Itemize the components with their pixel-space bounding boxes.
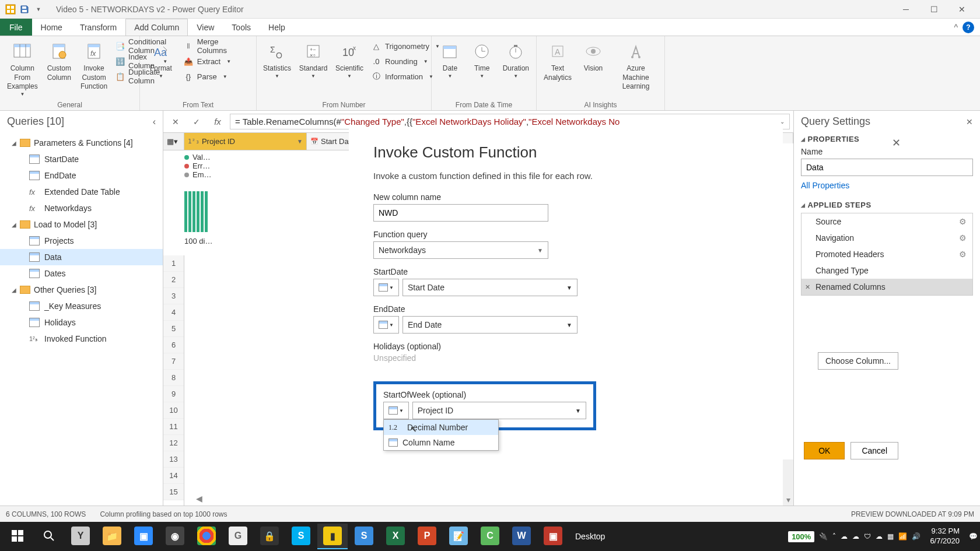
row-3[interactable]: 3 bbox=[163, 288, 184, 304]
step-renamed-columns[interactable]: Renamed Columns bbox=[802, 279, 972, 295]
duration-button[interactable]: Duration▼ bbox=[499, 38, 533, 82]
row-4[interactable]: 4 bbox=[163, 304, 184, 321]
custom-column-button[interactable]: Custom Column bbox=[44, 38, 75, 85]
azure-ml-button[interactable]: Azure Machine Learning bbox=[611, 38, 660, 94]
text-analytics-button[interactable]: A Text Analytics bbox=[540, 38, 575, 85]
tray-app-icon[interactable]: ▦ bbox=[887, 532, 894, 541]
tray-power-icon[interactable]: 🔌 bbox=[819, 532, 828, 541]
tab-transform[interactable]: Transform bbox=[71, 19, 125, 36]
row-7[interactable]: 7 bbox=[163, 353, 184, 370]
query-item-data[interactable]: Data bbox=[0, 249, 163, 265]
step-promoted-headers[interactable]: Promoted Headers⚙ bbox=[802, 246, 972, 262]
tray-onedrive-icon[interactable]: ☁ bbox=[876, 532, 883, 541]
row-11[interactable]: 11 bbox=[163, 419, 184, 435]
gear-icon[interactable]: ⚙ bbox=[959, 250, 967, 259]
new-column-name-input[interactable] bbox=[373, 204, 548, 222]
dd-opt-column-name[interactable]: Column Name bbox=[384, 435, 498, 450]
step-source[interactable]: Source⚙ bbox=[802, 213, 972, 230]
row-5[interactable]: 5 bbox=[163, 321, 184, 337]
scroll-left-icon[interactable]: ◀ bbox=[196, 494, 202, 503]
invoke-custom-function-button[interactable]: fx Invoke Custom Function bbox=[77, 38, 111, 94]
row-12[interactable]: 12 bbox=[163, 435, 184, 451]
fx-icon[interactable]: fx bbox=[209, 114, 226, 130]
query-item-networkdays[interactable]: fxNetworkdays bbox=[0, 200, 163, 216]
taskbar-zoom[interactable]: ▣ bbox=[128, 524, 159, 549]
close-button[interactable]: ✕ bbox=[949, 1, 975, 17]
formula-expand-icon[interactable]: ⌄ bbox=[780, 118, 785, 125]
scroll-down-icon[interactable]: ▾ bbox=[783, 495, 793, 506]
tray-wifi-icon[interactable]: 📶 bbox=[898, 532, 907, 541]
query-group-load-to-model[interactable]: ◢Load to Model [3] bbox=[0, 216, 163, 233]
gear-icon[interactable]: ⚙ bbox=[959, 233, 967, 243]
startdate-type-select[interactable]: ▼ bbox=[373, 279, 399, 296]
row-8[interactable]: 8 bbox=[163, 370, 184, 386]
query-item-invoked-function[interactable]: 1²₃Invoked Function bbox=[0, 331, 163, 347]
taskbar-notepad[interactable]: 📝 bbox=[443, 524, 474, 549]
tray-notifications-icon[interactable]: 💬 bbox=[969, 532, 978, 541]
date-button[interactable]: Date▼ bbox=[435, 38, 465, 82]
taskbar-excel[interactable]: X bbox=[380, 524, 411, 549]
help-icon[interactable]: ? bbox=[963, 22, 974, 33]
taskbar-app-3[interactable]: G bbox=[223, 524, 253, 549]
save-icon[interactable] bbox=[19, 3, 30, 15]
step-navigation[interactable]: Navigation⚙ bbox=[802, 230, 972, 246]
taskbar-powerpoint[interactable]: P bbox=[412, 524, 442, 549]
all-properties-link[interactable]: All Properties bbox=[801, 181, 973, 190]
start-button[interactable] bbox=[2, 524, 33, 549]
taskbar-app-4[interactable]: 🔒 bbox=[254, 524, 285, 549]
enddate-column-select[interactable]: End Date▼ bbox=[402, 316, 578, 334]
row-10[interactable]: 10 bbox=[163, 402, 184, 419]
desktop-label[interactable]: Desktop bbox=[569, 532, 611, 541]
row-14[interactable]: 14 bbox=[163, 468, 184, 484]
query-item-key-measures[interactable]: _Key Measures bbox=[0, 298, 163, 314]
query-item-enddate[interactable]: EndDate bbox=[0, 167, 163, 184]
tray-cloud-icon[interactable]: ☁ bbox=[852, 532, 859, 541]
tab-tools[interactable]: Tools bbox=[223, 19, 260, 36]
scientific-button[interactable]: 10x Scientific▼ bbox=[332, 38, 366, 82]
taskbar-clock[interactable]: 9:32 PM 6/7/2020 bbox=[925, 527, 964, 546]
query-item-holidays[interactable]: Holidays bbox=[0, 314, 163, 331]
taskbar-chrome[interactable] bbox=[191, 524, 222, 549]
tab-view[interactable]: View bbox=[188, 19, 223, 36]
row-6[interactable]: 6 bbox=[163, 337, 184, 353]
dd-opt-decimal[interactable]: 1.2Decimal Number↖ bbox=[384, 420, 498, 435]
taskbar-camtasia[interactable]: C bbox=[475, 524, 505, 549]
tab-help[interactable]: Help bbox=[260, 19, 294, 36]
col-project-id[interactable]: 1²₃Project ID▼ bbox=[184, 133, 307, 150]
tray-weather-icon[interactable]: ☁ bbox=[841, 532, 848, 541]
extract-button[interactable]: 📤Extract▼ bbox=[181, 54, 253, 69]
taskbar-powerbi[interactable]: ▮ bbox=[317, 524, 348, 549]
taskbar-app-5[interactable]: ▣ bbox=[538, 524, 568, 549]
row-9[interactable]: 9 bbox=[163, 386, 184, 402]
taskbar-snagit[interactable]: S bbox=[349, 524, 379, 549]
standard-button[interactable]: +−×÷ Standard▼ bbox=[296, 38, 330, 82]
taskbar-word[interactable]: W bbox=[506, 524, 537, 549]
taskbar-app-1[interactable]: Y bbox=[65, 524, 96, 549]
row-15[interactable]: 15 bbox=[163, 484, 184, 500]
query-item-startdate[interactable]: StartDate bbox=[0, 151, 163, 167]
row-13[interactable]: 13 bbox=[163, 451, 184, 468]
accept-formula-icon[interactable]: ✓ bbox=[188, 114, 205, 130]
row-1[interactable]: 1 bbox=[163, 255, 184, 272]
startdate-column-select[interactable]: Start Date▼ bbox=[402, 279, 578, 296]
collapse-queries-icon[interactable]: ‹ bbox=[153, 117, 156, 127]
formula-input[interactable]: = Table.RenameColumns(#"Changed Type",{{… bbox=[230, 114, 790, 129]
row-2[interactable]: 2 bbox=[163, 272, 184, 288]
query-item-extended-date-table[interactable]: fxExtended Date Table bbox=[0, 184, 163, 200]
collapse-ribbon-icon[interactable]: ^ bbox=[954, 23, 958, 32]
vision-button[interactable]: Vision bbox=[578, 38, 609, 76]
parse-button[interactable]: {}Parse▼ bbox=[181, 69, 253, 84]
function-query-select[interactable]: Networkdays▼ bbox=[373, 241, 548, 259]
qat-dropdown-icon[interactable]: ▼ bbox=[33, 3, 44, 15]
merge-columns-button[interactable]: ⫴Merge Columns bbox=[181, 38, 253, 54]
tray-up-icon[interactable]: ˄ bbox=[832, 532, 836, 541]
battery-indicator[interactable]: 100% bbox=[788, 531, 814, 542]
time-button[interactable]: Time▼ bbox=[467, 38, 497, 82]
step-changed-type[interactable]: Changed Type bbox=[802, 262, 972, 279]
taskbar-app-2[interactable]: ◉ bbox=[160, 524, 190, 549]
file-tab[interactable]: File bbox=[0, 19, 32, 36]
tray-shield-icon[interactable]: 🛡 bbox=[864, 532, 871, 541]
query-group-parameters[interactable]: ◢Parameters & Functions [4] bbox=[0, 135, 163, 151]
search-button[interactable] bbox=[34, 524, 64, 549]
tab-add-column[interactable]: Add Column bbox=[125, 19, 188, 36]
